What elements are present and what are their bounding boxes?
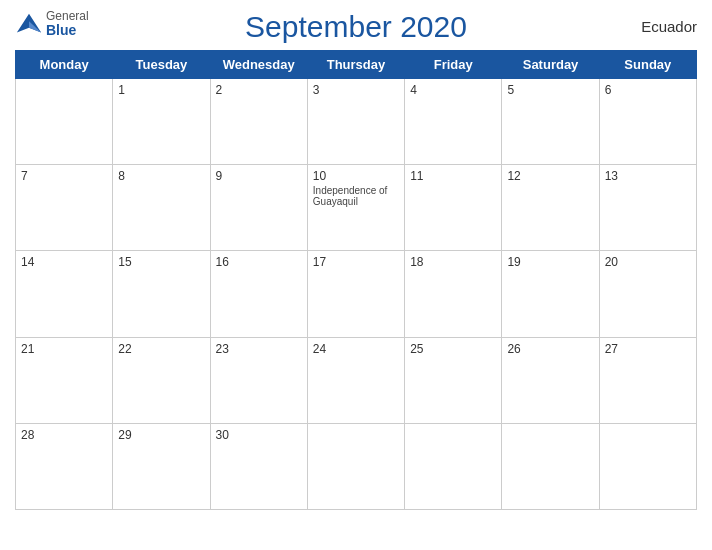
day-number: 22	[118, 342, 204, 356]
calendar-day-cell: 6	[599, 79, 696, 165]
calendar-day-cell	[599, 423, 696, 509]
calendar-day-cell: 24	[307, 337, 404, 423]
calendar-day-cell: 16	[210, 251, 307, 337]
general-blue-logo-icon	[15, 12, 43, 40]
calendar-day-cell: 5	[502, 79, 599, 165]
calendar-day-cell: 28	[16, 423, 113, 509]
calendar-day-cell: 13	[599, 165, 696, 251]
svg-marker-1	[29, 21, 41, 32]
header-monday: Monday	[16, 51, 113, 79]
day-number: 16	[216, 255, 302, 269]
day-number: 14	[21, 255, 107, 269]
day-number: 7	[21, 169, 107, 183]
day-number: 26	[507, 342, 593, 356]
day-number: 1	[118, 83, 204, 97]
logo-text-area: General Blue	[46, 10, 89, 39]
logo-blue-text: Blue	[46, 23, 89, 38]
calendar-header: General Blue September 2020 Ecuador	[15, 10, 697, 44]
calendar-week-row: 14151617181920	[16, 251, 697, 337]
header-tuesday: Tuesday	[113, 51, 210, 79]
day-number: 4	[410, 83, 496, 97]
day-number: 25	[410, 342, 496, 356]
day-number: 23	[216, 342, 302, 356]
calendar-day-cell: 15	[113, 251, 210, 337]
calendar-title: September 2020	[245, 10, 467, 44]
weekday-header-row: Monday Tuesday Wednesday Thursday Friday…	[16, 51, 697, 79]
calendar-week-row: 282930	[16, 423, 697, 509]
calendar-day-cell	[502, 423, 599, 509]
calendar-day-cell: 29	[113, 423, 210, 509]
day-number: 27	[605, 342, 691, 356]
day-number: 3	[313, 83, 399, 97]
calendar-day-cell: 21	[16, 337, 113, 423]
calendar-day-cell: 26	[502, 337, 599, 423]
day-number: 2	[216, 83, 302, 97]
calendar-day-cell: 20	[599, 251, 696, 337]
header-wednesday: Wednesday	[210, 51, 307, 79]
calendar-week-row: 123456	[16, 79, 697, 165]
day-number: 15	[118, 255, 204, 269]
calendar-day-cell: 7	[16, 165, 113, 251]
calendar-day-cell: 1	[113, 79, 210, 165]
calendar-day-cell	[405, 423, 502, 509]
day-number: 18	[410, 255, 496, 269]
country-label: Ecuador	[641, 18, 697, 35]
day-number: 11	[410, 169, 496, 183]
day-number: 20	[605, 255, 691, 269]
calendar-week-row: 21222324252627	[16, 337, 697, 423]
calendar-day-cell: 27	[599, 337, 696, 423]
header-saturday: Saturday	[502, 51, 599, 79]
logo: General Blue	[15, 10, 89, 40]
day-number: 10	[313, 169, 399, 183]
calendar-day-cell: 25	[405, 337, 502, 423]
day-number: 13	[605, 169, 691, 183]
calendar-week-row: 78910Independence of Guayaquil111213	[16, 165, 697, 251]
calendar-day-cell: 9	[210, 165, 307, 251]
calendar-day-cell: 12	[502, 165, 599, 251]
day-number: 5	[507, 83, 593, 97]
day-number: 6	[605, 83, 691, 97]
day-number: 29	[118, 428, 204, 442]
calendar-day-cell: 2	[210, 79, 307, 165]
day-number: 28	[21, 428, 107, 442]
calendar-day-cell: 11	[405, 165, 502, 251]
calendar-day-cell: 14	[16, 251, 113, 337]
header-friday: Friday	[405, 51, 502, 79]
calendar-day-cell: 18	[405, 251, 502, 337]
calendar-day-cell: 19	[502, 251, 599, 337]
day-number: 12	[507, 169, 593, 183]
day-number: 21	[21, 342, 107, 356]
calendar-day-cell: 17	[307, 251, 404, 337]
calendar-day-cell: 3	[307, 79, 404, 165]
calendar-thead: Monday Tuesday Wednesday Thursday Friday…	[16, 51, 697, 79]
day-number: 17	[313, 255, 399, 269]
calendar-day-cell: 8	[113, 165, 210, 251]
day-number: 30	[216, 428, 302, 442]
calendar-container: General Blue September 2020 Ecuador Mond…	[0, 0, 712, 550]
calendar-day-cell: 4	[405, 79, 502, 165]
day-number: 9	[216, 169, 302, 183]
day-number: 24	[313, 342, 399, 356]
calendar-day-cell: 22	[113, 337, 210, 423]
day-number: 8	[118, 169, 204, 183]
calendar-day-cell	[16, 79, 113, 165]
header-thursday: Thursday	[307, 51, 404, 79]
event-text: Independence of Guayaquil	[313, 185, 399, 207]
calendar-body: 12345678910Independence of Guayaquil1112…	[16, 79, 697, 510]
calendar-table: Monday Tuesday Wednesday Thursday Friday…	[15, 50, 697, 510]
calendar-day-cell: 23	[210, 337, 307, 423]
calendar-day-cell	[307, 423, 404, 509]
day-number: 19	[507, 255, 593, 269]
calendar-day-cell: 10Independence of Guayaquil	[307, 165, 404, 251]
header-sunday: Sunday	[599, 51, 696, 79]
calendar-day-cell: 30	[210, 423, 307, 509]
